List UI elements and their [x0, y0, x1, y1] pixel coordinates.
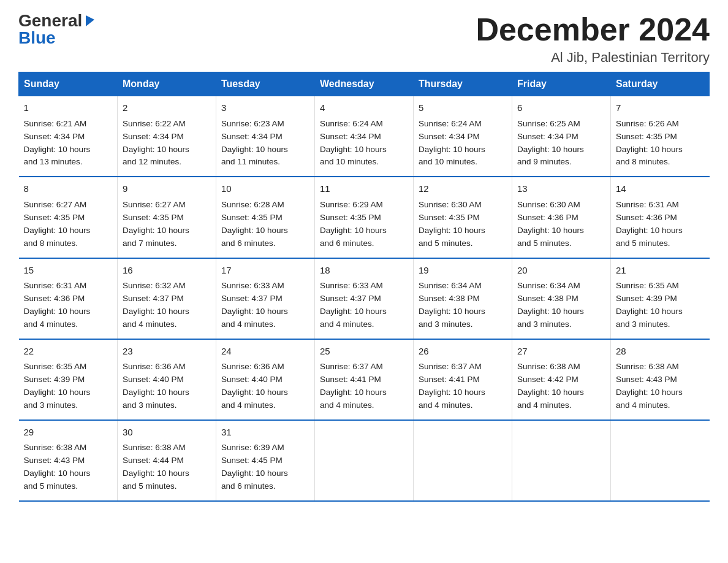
logo-triangle-icon	[83, 13, 97, 26]
column-header-friday: Friday	[512, 72, 611, 96]
day-number: 13	[517, 182, 605, 196]
day-number: 19	[419, 264, 507, 278]
calendar-cell: 2Sunrise: 6:22 AMSunset: 4:34 PMDaylight…	[118, 96, 216, 177]
calendar-header-row: SundayMondayTuesdayWednesdayThursdayFrid…	[19, 72, 710, 96]
calendar-week-row: 1Sunrise: 6:21 AMSunset: 4:34 PMDaylight…	[19, 96, 710, 177]
day-number: 1	[24, 101, 113, 115]
calendar-cell: 12Sunrise: 6:30 AMSunset: 4:35 PMDayligh…	[414, 177, 512, 258]
day-number: 18	[320, 264, 408, 278]
day-info: Sunrise: 6:37 AMSunset: 4:41 PMDaylight:…	[419, 361, 507, 412]
day-info: Sunrise: 6:31 AMSunset: 4:36 PMDaylight:…	[616, 199, 705, 250]
day-info: Sunrise: 6:24 AMSunset: 4:34 PMDaylight:…	[419, 118, 507, 169]
calendar-cell: 13Sunrise: 6:30 AMSunset: 4:36 PMDayligh…	[512, 177, 611, 258]
day-number: 26	[419, 345, 507, 359]
day-info: Sunrise: 6:23 AMSunset: 4:34 PMDaylight:…	[221, 118, 309, 169]
day-number: 11	[320, 182, 408, 196]
calendar-cell: 5Sunrise: 6:24 AMSunset: 4:34 PMDaylight…	[414, 96, 512, 177]
day-number: 20	[517, 264, 605, 278]
column-header-thursday: Thursday	[414, 72, 512, 96]
day-number: 14	[616, 182, 705, 196]
calendar-cell: 27Sunrise: 6:38 AMSunset: 4:42 PMDayligh…	[512, 339, 611, 420]
day-info: Sunrise: 6:27 AMSunset: 4:35 PMDaylight:…	[24, 199, 113, 250]
day-info: Sunrise: 6:33 AMSunset: 4:37 PMDaylight:…	[221, 280, 309, 331]
day-number: 6	[517, 101, 605, 115]
calendar-week-row: 29Sunrise: 6:38 AMSunset: 4:43 PMDayligh…	[19, 420, 710, 501]
calendar-cell: 17Sunrise: 6:33 AMSunset: 4:37 PMDayligh…	[216, 258, 315, 339]
calendar-cell: 1Sunrise: 6:21 AMSunset: 4:34 PMDaylight…	[19, 96, 118, 177]
calendar-cell: 18Sunrise: 6:33 AMSunset: 4:37 PMDayligh…	[315, 258, 414, 339]
day-info: Sunrise: 6:33 AMSunset: 4:37 PMDaylight:…	[320, 280, 408, 331]
calendar-cell	[414, 420, 512, 501]
day-number: 4	[320, 101, 408, 115]
day-info: Sunrise: 6:38 AMSunset: 4:42 PMDaylight:…	[517, 361, 605, 412]
day-number: 22	[24, 345, 113, 359]
day-number: 28	[616, 345, 705, 359]
day-info: Sunrise: 6:31 AMSunset: 4:36 PMDaylight:…	[24, 280, 113, 331]
day-info: Sunrise: 6:35 AMSunset: 4:39 PMDaylight:…	[24, 361, 113, 412]
calendar-cell: 22Sunrise: 6:35 AMSunset: 4:39 PMDayligh…	[19, 339, 118, 420]
column-header-saturday: Saturday	[611, 72, 710, 96]
logo: General Blue	[18, 12, 97, 47]
calendar-cell	[315, 420, 414, 501]
calendar-cell	[611, 420, 710, 501]
title-block: December 2024 Al Jib, Palestinian Territ…	[476, 12, 710, 66]
day-info: Sunrise: 6:38 AMSunset: 4:44 PMDaylight:…	[123, 442, 211, 493]
calendar-cell: 19Sunrise: 6:34 AMSunset: 4:38 PMDayligh…	[414, 258, 512, 339]
day-info: Sunrise: 6:24 AMSunset: 4:34 PMDaylight:…	[320, 118, 408, 169]
calendar-week-row: 8Sunrise: 6:27 AMSunset: 4:35 PMDaylight…	[19, 177, 710, 258]
calendar-cell: 9Sunrise: 6:27 AMSunset: 4:35 PMDaylight…	[118, 177, 216, 258]
day-number: 27	[517, 345, 605, 359]
day-number: 17	[221, 264, 309, 278]
calendar-cell: 20Sunrise: 6:34 AMSunset: 4:38 PMDayligh…	[512, 258, 611, 339]
calendar-cell: 3Sunrise: 6:23 AMSunset: 4:34 PMDaylight…	[216, 96, 315, 177]
day-info: Sunrise: 6:27 AMSunset: 4:35 PMDaylight:…	[123, 199, 211, 250]
calendar-cell: 8Sunrise: 6:27 AMSunset: 4:35 PMDaylight…	[19, 177, 118, 258]
column-header-sunday: Sunday	[19, 72, 118, 96]
calendar-cell: 31Sunrise: 6:39 AMSunset: 4:45 PMDayligh…	[216, 420, 315, 501]
day-info: Sunrise: 6:21 AMSunset: 4:34 PMDaylight:…	[24, 118, 113, 169]
day-info: Sunrise: 6:34 AMSunset: 4:38 PMDaylight:…	[419, 280, 507, 331]
day-number: 25	[320, 345, 408, 359]
column-header-wednesday: Wednesday	[315, 72, 414, 96]
day-info: Sunrise: 6:30 AMSunset: 4:36 PMDaylight:…	[517, 199, 605, 250]
calendar-cell: 16Sunrise: 6:32 AMSunset: 4:37 PMDayligh…	[118, 258, 216, 339]
day-number: 31	[221, 426, 309, 440]
day-number: 24	[221, 345, 309, 359]
calendar-cell: 28Sunrise: 6:38 AMSunset: 4:43 PMDayligh…	[611, 339, 710, 420]
logo-blue-text: Blue	[18, 29, 56, 47]
day-info: Sunrise: 6:30 AMSunset: 4:35 PMDaylight:…	[419, 199, 507, 250]
day-info: Sunrise: 6:25 AMSunset: 4:34 PMDaylight:…	[517, 118, 605, 169]
calendar-cell: 23Sunrise: 6:36 AMSunset: 4:40 PMDayligh…	[118, 339, 216, 420]
day-info: Sunrise: 6:36 AMSunset: 4:40 PMDaylight:…	[221, 361, 309, 412]
calendar-subtitle: Al Jib, Palestinian Territory	[476, 50, 710, 66]
day-info: Sunrise: 6:38 AMSunset: 4:43 PMDaylight:…	[616, 361, 705, 412]
day-number: 7	[616, 101, 705, 115]
calendar-cell: 7Sunrise: 6:26 AMSunset: 4:35 PMDaylight…	[611, 96, 710, 177]
day-number: 10	[221, 182, 309, 196]
day-info: Sunrise: 6:36 AMSunset: 4:40 PMDaylight:…	[123, 361, 211, 412]
calendar-cell: 24Sunrise: 6:36 AMSunset: 4:40 PMDayligh…	[216, 339, 315, 420]
day-number: 3	[221, 101, 309, 115]
calendar-cell: 25Sunrise: 6:37 AMSunset: 4:41 PMDayligh…	[315, 339, 414, 420]
calendar-cell	[512, 420, 611, 501]
calendar-week-row: 15Sunrise: 6:31 AMSunset: 4:36 PMDayligh…	[19, 258, 710, 339]
calendar-cell: 21Sunrise: 6:35 AMSunset: 4:39 PMDayligh…	[611, 258, 710, 339]
calendar-cell: 30Sunrise: 6:38 AMSunset: 4:44 PMDayligh…	[118, 420, 216, 501]
calendar-week-row: 22Sunrise: 6:35 AMSunset: 4:39 PMDayligh…	[19, 339, 710, 420]
day-info: Sunrise: 6:37 AMSunset: 4:41 PMDaylight:…	[320, 361, 408, 412]
day-number: 30	[123, 426, 211, 440]
day-number: 16	[123, 264, 211, 278]
logo-general-text: General	[18, 12, 82, 29]
calendar-cell: 6Sunrise: 6:25 AMSunset: 4:34 PMDaylight…	[512, 96, 611, 177]
day-info: Sunrise: 6:38 AMSunset: 4:43 PMDaylight:…	[24, 442, 113, 493]
calendar-table: SundayMondayTuesdayWednesdayThursdayFrid…	[18, 72, 710, 502]
day-number: 9	[123, 182, 211, 196]
calendar-cell: 29Sunrise: 6:38 AMSunset: 4:43 PMDayligh…	[19, 420, 118, 501]
calendar-cell: 14Sunrise: 6:31 AMSunset: 4:36 PMDayligh…	[611, 177, 710, 258]
day-number: 21	[616, 264, 705, 278]
calendar-cell: 4Sunrise: 6:24 AMSunset: 4:34 PMDaylight…	[315, 96, 414, 177]
day-info: Sunrise: 6:26 AMSunset: 4:35 PMDaylight:…	[616, 118, 705, 169]
day-number: 2	[123, 101, 211, 115]
day-number: 29	[24, 426, 113, 440]
page-header: General Blue December 2024 Al Jib, Pales…	[18, 12, 710, 66]
